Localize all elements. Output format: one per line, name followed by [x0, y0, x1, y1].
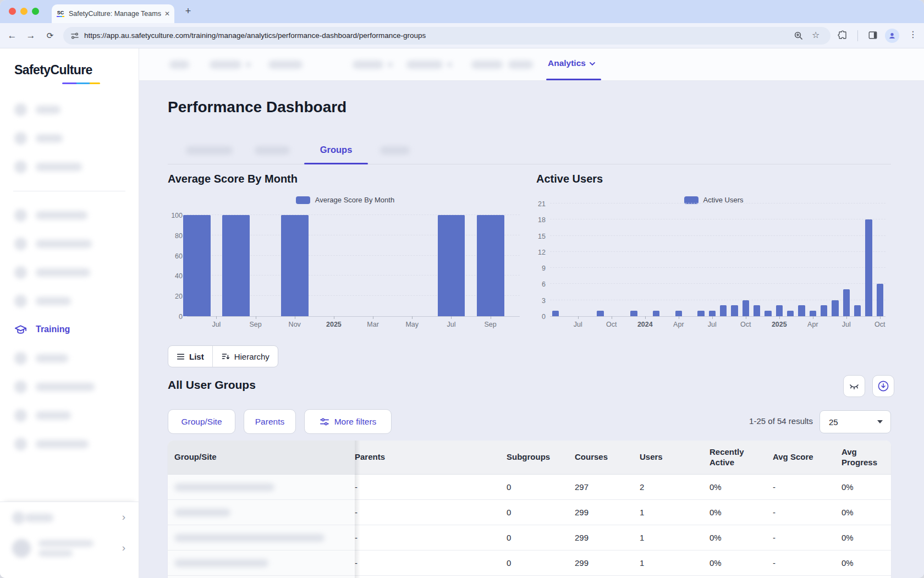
sidebar-item-redacted[interactable] [0, 401, 139, 430]
table-cell: - [355, 508, 507, 517]
extensions-icon[interactable] [838, 30, 848, 42]
page-size-value: 25 [829, 417, 838, 427]
table-row[interactable]: -029720%-0% [168, 475, 891, 500]
list-icon [177, 353, 185, 361]
sidebar-item-redacted[interactable] [0, 430, 139, 458]
more-filters-button[interactable]: More filters [304, 409, 392, 434]
y-axis-tick-label: 60 [162, 252, 183, 260]
nav-item-redacted[interactable] [508, 60, 533, 69]
app-top-nav: Analytics [139, 48, 924, 81]
nav-item-redacted[interactable] [210, 60, 241, 69]
tab-redacted[interactable] [380, 146, 410, 155]
filter-sliders-icon [320, 417, 329, 427]
filter-parents-button[interactable]: Parents [244, 409, 296, 434]
table-cell: - [355, 533, 507, 542]
column-header-users[interactable]: Users [640, 452, 710, 463]
redacted-icon [14, 132, 27, 145]
x-axis-tick-label: Jul [435, 321, 468, 328]
x-axis-tick [295, 316, 295, 319]
page-size-select[interactable]: 25 [820, 410, 891, 433]
bookmark-star-icon[interactable]: ☆ [812, 30, 820, 40]
sidebar-item-redacted[interactable] [0, 372, 139, 401]
column-header-avg-progress[interactable]: Avg Progress [842, 447, 891, 468]
tab-close-icon[interactable]: ✕ [164, 10, 170, 18]
table-cell: 2 [640, 482, 710, 492]
sidebar-user-profile[interactable]: › [0, 533, 139, 564]
minimize-window-button[interactable] [20, 8, 28, 15]
sidebar-item-redacted[interactable] [0, 95, 139, 124]
y-axis-tick-label: 21 [525, 200, 546, 208]
table-row[interactable]: -029910%-0% [168, 525, 891, 551]
nav-item-redacted[interactable] [406, 60, 443, 69]
column-header-avg-score[interactable]: Avg Score [773, 452, 842, 463]
tab-groups[interactable]: Groups [304, 135, 368, 164]
table-row[interactable]: -029910%-0% [168, 551, 891, 576]
column-header-courses[interactable]: Courses [575, 452, 640, 463]
chevron-down-redacted [246, 62, 251, 67]
cell-group-site-redacted [168, 576, 355, 578]
sidebar-item-help[interactable]: › [0, 502, 139, 533]
help-label-redacted [25, 514, 53, 522]
gridline [550, 219, 886, 219]
redacted-icon [14, 295, 27, 307]
nav-item-redacted[interactable] [353, 60, 383, 69]
back-button[interactable]: ← [6, 29, 19, 42]
column-header-recently-active[interactable]: Recently Active [710, 447, 773, 468]
sidebar-item-redacted[interactable] [0, 287, 139, 315]
table-cell: 0% [710, 482, 773, 492]
tab-redacted[interactable] [186, 146, 233, 155]
main-content: Analytics Performance Dashboard Groups A… [139, 48, 924, 578]
redacted-label [36, 268, 90, 277]
download-button[interactable] [872, 375, 894, 397]
hierarchy-view-button[interactable]: Hierarchy [212, 346, 278, 367]
reload-button[interactable]: ⟳ [43, 29, 57, 42]
bar-jun-2024 [697, 311, 705, 316]
sidebar-item-redacted[interactable] [0, 229, 139, 258]
x-axis-tick [846, 316, 847, 319]
x-axis-tick-label: Mar [356, 321, 389, 328]
column-header-subgroups[interactable]: Subgroups [507, 452, 575, 463]
browser-tab[interactable]: SC SafetyCulture: Manage Teams and... ✕ [52, 4, 174, 23]
column-header-group-site[interactable]: Group/Site [168, 441, 355, 474]
sidebar-item-redacted[interactable] [0, 258, 139, 287]
list-view-button[interactable]: List [168, 346, 212, 367]
nav-item-redacted[interactable] [471, 60, 503, 69]
site-settings-icon[interactable] [70, 31, 79, 42]
chevron-right-icon: › [122, 511, 125, 523]
sidebar-item-redacted[interactable] [0, 201, 139, 229]
zoom-page-icon[interactable] [794, 31, 803, 42]
table-cell: - [773, 482, 842, 492]
x-axis-tick-label: Jul [562, 321, 595, 328]
analytics-active-underline [546, 79, 601, 80]
forward-button[interactable]: → [24, 29, 37, 42]
nav-item-redacted[interactable] [169, 60, 189, 69]
person-icon [888, 31, 897, 40]
browser-menu-icon[interactable]: ⋮ [909, 29, 917, 40]
nav-item-analytics[interactable]: Analytics [548, 58, 595, 68]
chart-active-users: Active Users Active Users 036912151821Ju… [536, 170, 891, 333]
side-panel-icon[interactable] [868, 30, 878, 42]
fullscreen-window-button[interactable] [32, 8, 39, 15]
table-row[interactable]: -029910%-0% [168, 500, 891, 525]
safetyculture-logo: SafetyCulture [14, 63, 92, 78]
y-axis-tick-label: 3 [525, 297, 546, 305]
address-bar[interactable]: https://app.au.safetyculture.com/trainin… [63, 27, 831, 45]
bar-oct-2024 [743, 300, 750, 316]
sidebar-item-redacted[interactable] [0, 152, 139, 181]
close-window-button[interactable] [9, 8, 16, 15]
table-cell: - [355, 558, 507, 568]
sidebar-item-redacted[interactable] [0, 124, 139, 152]
view-toggle: List Hierarchy [168, 345, 278, 367]
redacted-group-name [174, 559, 268, 567]
column-header-parents[interactable]: Parents [355, 452, 507, 463]
nav-item-redacted[interactable] [268, 60, 302, 69]
browser-window: SC SafetyCulture: Manage Teams and... ✕ … [0, 0, 924, 578]
browser-profile-avatar[interactable] [885, 29, 899, 43]
sidebar-item-redacted[interactable] [0, 344, 139, 372]
filter-group-site-button[interactable]: Group/Site [168, 409, 235, 434]
hide-columns-button[interactable] [843, 375, 865, 397]
sidebar-item-training[interactable]: Training [0, 315, 139, 344]
table-row[interactable] [168, 576, 891, 578]
tab-redacted[interactable] [255, 146, 290, 155]
new-tab-button[interactable]: + [182, 5, 195, 18]
